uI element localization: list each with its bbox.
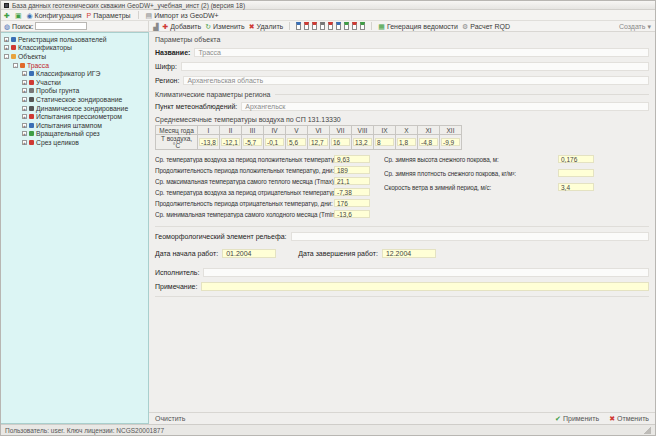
param-value-field[interactable]: -13,6 <box>334 210 370 218</box>
temp-cell: 12,7 <box>308 135 330 150</box>
borehole-sample-icon[interactable] <box>312 22 317 30</box>
code-field[interactable] <box>181 62 649 71</box>
name-field[interactable]: Трасса <box>194 48 649 57</box>
temp-value-input[interactable]: -13,8 <box>199 138 218 146</box>
tree-toggle[interactable]: + <box>22 88 27 93</box>
cancel-button[interactable]: ✖ Отменить <box>609 415 649 422</box>
sites-a-icon[interactable] <box>304 22 309 30</box>
temp-value-input[interactable]: -4,8 <box>419 138 438 146</box>
geomorph-label: Геоморфологический элемент рельефа: <box>155 233 287 240</box>
month-header: XII <box>440 126 462 135</box>
param-value-field[interactable]: 3,4 <box>558 183 594 191</box>
param-label: Ср. зимняя плотность снежного покрова, к… <box>384 170 558 177</box>
tree-toggle[interactable]: - <box>13 63 18 68</box>
tree-toggle[interactable]: - <box>4 54 9 59</box>
borehole-static-icon[interactable] <box>320 22 325 30</box>
section-title: Параметры объекта <box>155 36 649 43</box>
param-value-field[interactable]: 176 <box>334 199 370 207</box>
generate-report-button[interactable]: ▦ Генерация ведомости <box>378 23 458 30</box>
tree-item[interactable]: +Классификаторы <box>1 44 148 53</box>
import-geodw-button[interactable]: ▤ Импорт из GeoDW+ <box>146 12 219 19</box>
note-field[interactable] <box>201 282 649 291</box>
temp-value-input[interactable]: -0,1 <box>265 138 284 146</box>
temps-header-row: Месяц годаIIIIIIIVVVIVIIVIIIIXXXIXII <box>156 126 462 135</box>
tree-item[interactable]: +Пробы грунта <box>1 87 148 96</box>
param-value-field[interactable]: -7,38 <box>334 188 370 196</box>
create-button[interactable]: Создать ▾ <box>619 23 651 30</box>
param-label: Ср. температура воздуха за период положи… <box>155 156 334 163</box>
tree-item-label: Испытания штампом <box>36 122 102 129</box>
tree-toggle[interactable]: + <box>4 37 9 42</box>
chart-icon[interactable]: ▟ <box>153 23 158 30</box>
delete-button[interactable]: ✖ Удалить <box>249 23 284 30</box>
tree-item[interactable]: +Классификатор ИГЭ <box>1 69 148 78</box>
climate-params: Ср. температура воздуха за период положи… <box>155 155 649 221</box>
borehole-tools-group <box>296 22 365 30</box>
tree-item[interactable]: -Объекты <box>1 52 148 61</box>
temp-value-input[interactable]: 12,7 <box>309 138 328 146</box>
tree-toggle[interactable]: + <box>22 131 27 136</box>
borehole-pressiometer-icon[interactable] <box>336 22 341 30</box>
month-header: V <box>286 126 308 135</box>
layers-icon[interactable] <box>296 22 301 30</box>
executor-field[interactable] <box>203 268 649 277</box>
param-value-field[interactable]: 21,1 <box>334 177 370 185</box>
geomorph-field[interactable] <box>291 232 650 241</box>
tree-toggle[interactable]: + <box>22 123 27 128</box>
tree-item[interactable]: +Испытания штампом <box>1 121 148 130</box>
tree-item-label: Регистрация пользователей <box>18 36 107 43</box>
edit-button[interactable]: ↻ Изменить <box>205 23 244 30</box>
tree-item[interactable]: -Трасса <box>1 61 148 70</box>
tree-toggle[interactable]: + <box>22 71 27 76</box>
tree-item[interactable]: +Регистрация пользователей <box>1 35 148 44</box>
temp-value-input[interactable]: 5,6 <box>287 138 306 146</box>
temp-value-input[interactable]: 1,8 <box>397 138 416 146</box>
apply-button[interactable]: ✔ Применить <box>555 415 599 422</box>
clear-button[interactable]: Очистить <box>155 415 185 422</box>
toolbar-separator <box>371 22 372 30</box>
parameters-button[interactable]: Р Параметры <box>87 12 131 19</box>
param-value-field[interactable] <box>558 169 594 177</box>
tree-item[interactable]: +Статическое зондирование <box>1 95 148 104</box>
toolbar-separator <box>138 11 139 19</box>
tree-item[interactable]: +Динамическое зондирование <box>1 104 148 113</box>
tree-item[interactable]: +Срез целиков <box>1 138 148 147</box>
temp-value-input[interactable]: -12,1 <box>221 138 240 146</box>
tree-toggle[interactable]: + <box>22 80 27 85</box>
date-start-field[interactable]: 01.2004 <box>222 249 276 258</box>
add-node-button[interactable]: ✚ <box>4 12 10 19</box>
month-header: VII <box>330 126 352 135</box>
date-end-field[interactable]: 12.2004 <box>382 249 436 258</box>
spreadsheet-icon: ▦ <box>378 23 385 30</box>
temp-value-input[interactable]: -9,9 <box>441 138 460 146</box>
tree-item[interactable]: +Вращательный срез <box>1 130 148 139</box>
station-field[interactable]: Архангельск <box>241 102 649 111</box>
tree-toggle[interactable]: + <box>22 114 27 119</box>
borehole-dynamic-icon[interactable] <box>328 22 333 30</box>
temp-value-input[interactable]: -5,7 <box>243 138 262 146</box>
region-field[interactable]: Архангельская область <box>183 76 649 85</box>
param-value-field[interactable]: 189 <box>334 166 370 174</box>
search-input[interactable] <box>35 22 87 30</box>
database-button[interactable]: ▣ <box>15 12 22 19</box>
temp-value-input[interactable]: 13,2 <box>353 138 372 146</box>
temp-value-input[interactable]: 8 <box>375 138 394 146</box>
borehole-rotary-icon[interactable] <box>352 22 357 30</box>
tree-item[interactable]: +Испытания прессиометром <box>1 112 148 121</box>
tree-toggle[interactable]: + <box>4 45 9 50</box>
tree-toggle[interactable]: + <box>22 97 27 102</box>
add-button[interactable]: ✚ Добавить <box>162 23 201 30</box>
resize-grip[interactable] <box>644 427 651 434</box>
configuration-button[interactable]: ◉ Конфигурация <box>27 12 82 19</box>
borehole-stamp-icon[interactable] <box>344 22 349 30</box>
temp-value-input[interactable]: 16 <box>331 138 350 146</box>
param-value-field[interactable]: 9,63 <box>334 155 370 163</box>
rqd-calc-button[interactable]: ⚙ Расчет RQD <box>462 23 510 30</box>
params-left-column: Ср. температура воздуха за период положи… <box>155 155 370 221</box>
param-value-field[interactable]: 0,176 <box>558 155 594 163</box>
borehole-pillar-icon[interactable] <box>360 22 365 30</box>
app-window: База данных геотехнических скважин GeoDW… <box>0 0 656 436</box>
tree-toggle[interactable]: + <box>22 140 27 145</box>
tree-item[interactable]: +Участки <box>1 78 148 87</box>
tree-toggle[interactable]: + <box>22 106 27 111</box>
